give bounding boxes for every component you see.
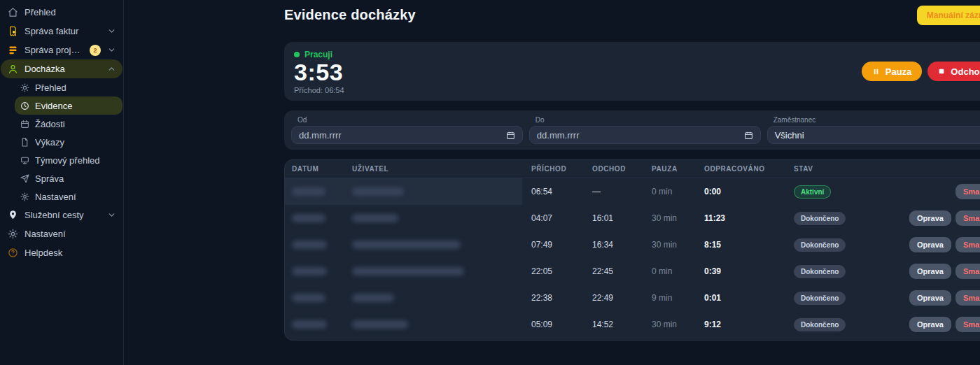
leave-button[interactable]: Odchod [927,62,980,81]
arrival-time-label: Příchod: 06:54 [294,86,980,94]
delete-button[interactable]: Smazat [955,210,980,226]
sidebar-item-label: Přehled [24,7,116,17]
page-title: Evidence docházky [284,7,416,23]
sidebar-subitem-2[interactable]: Žádosti [15,115,122,133]
cell-prichod: 22:38 [531,293,592,303]
cell-pauza: 30 min [652,320,704,329]
table-row: 06:54—0 min0:00AktivníSmazat [285,178,980,205]
table-body: 06:54—0 min0:00AktivníSmazat04:0716:0130… [285,178,980,338]
edit-button[interactable]: Oprava [909,317,951,332]
row-actions: OpravaSmazat [909,264,980,279]
sidebar-subitem-5[interactable]: Správa [15,169,122,187]
sidebar-item-label: Služební cesty [24,210,101,220]
cell-uzivatel [352,214,531,222]
sun-icon [20,83,29,92]
table-header-row: DATUMUŽIVATELPŘÍCHODODCHODPAUZAODPRACOVÁ… [285,160,980,178]
cell-uzivatel [352,187,531,196]
sidebar-item-2[interactable]: Správa projektů2 [1,41,122,59]
status-badge: Dokončeno [794,238,846,252]
layers-icon [8,45,18,55]
status-badge: Aktivní [794,185,831,199]
redacted-datum [292,187,326,196]
cell-pauza: 9 min [652,293,704,303]
filter-employee: Zaměstnanec Všichni [767,116,980,144]
column-header-0: DATUM [292,165,352,173]
sidebar-item-6[interactable]: Helpdesk [1,243,122,262]
sidebar-item-1[interactable]: Správa faktur [1,22,122,41]
table-row: 05:0914:5230 min9:12DokončenoOpravaSmaza… [285,311,980,338]
filter-employee-label: Zaměstnanec [774,116,980,124]
sidebar-item-label: Helpdesk [24,248,116,258]
help-icon [8,248,18,258]
employee-select[interactable]: Všichni [767,126,980,144]
cell-pauza: 0 min [652,266,704,276]
calendar-icon[interactable] [506,131,515,140]
column-header-5: ODPRACOVÁNO [704,165,794,173]
cell-odpracovano: 0:00 [704,187,794,196]
sidebar-item-0[interactable]: Přehled [1,3,122,22]
redacted-user [352,241,461,249]
sidebar-subitem-4[interactable]: Týmový přehled [15,151,122,169]
cell-stav: Dokončeno [794,292,909,305]
sidebar-subitem-0[interactable]: Přehled [15,78,122,96]
sidebar-subitem-6[interactable]: Nastavení [15,187,122,206]
calendar-icon[interactable] [744,131,753,140]
status-badge: Dokončeno [794,292,846,305]
filter-from-label: Od [298,116,523,124]
send-icon [20,174,29,183]
edit-button[interactable]: Oprava [909,237,951,252]
cell-odchod: — [592,187,652,196]
status-badge: Dokončeno [794,265,846,278]
sidebar-subitem-3[interactable]: Výkazy [15,133,122,151]
gear-icon [20,192,29,201]
date-from-input[interactable]: dd.mm.rrrr [291,126,523,144]
cell-odchod: 14:52 [592,320,652,329]
gear-icon [8,229,18,239]
pause-button[interactable]: Pauza [862,62,923,81]
cell-odchod: 16:01 [592,213,652,223]
cell-pauza: 0 min [652,187,704,196]
cell-odpracovano: 0:39 [704,266,794,276]
edit-button[interactable]: Oprava [909,210,951,226]
status-badge: Dokončeno [794,212,846,225]
user-icon [8,64,18,74]
column-header-2: PŘÍCHOD [531,165,592,173]
cell-stav: Aktivní [794,185,909,199]
chevron-up-icon [107,64,116,73]
delete-button[interactable]: Smazat [955,264,980,279]
cell-uzivatel [352,267,531,275]
sidebar-subitem-1[interactable]: Evidence [15,96,122,115]
sidebar-item-label: Nastavení [24,229,116,239]
column-header-3: ODCHOD [592,165,652,173]
delete-button[interactable]: Smazat [955,237,980,252]
count-badge: 2 [90,45,101,56]
sidebar-item-label: Nastavení [35,192,117,202]
sidebar-item-5[interactable]: Nastavení [1,224,122,243]
sidebar-item-label: Správa faktur [24,26,101,36]
cell-odpracovano: 0:01 [704,293,794,303]
delete-button[interactable]: Smazat [955,317,980,332]
cell-prichod: 06:54 [531,187,592,196]
app-window: PřehledSpráva fakturSpráva projektů2Doch… [0,0,980,365]
column-header-1: UŽIVATEL [352,165,531,173]
cell-odchod: 22:49 [592,293,652,303]
row-actions: OpravaSmazat [909,237,980,252]
sidebar-item-4[interactable]: Služební cesty [1,206,122,224]
delete-button[interactable]: Smazat [955,184,980,199]
date-to-input[interactable]: dd.mm.rrrr [529,126,761,144]
table-row: 22:0522:450 min0:39DokončenoOpravaSmazat [285,258,980,285]
redacted-user [352,214,398,222]
cell-datum [292,294,352,302]
edit-button[interactable]: Oprava [909,264,951,279]
edit-button[interactable]: Oprava [909,290,951,306]
filter-to: Do dd.mm.rrrr [529,116,761,144]
cell-stav: Dokončeno [794,265,909,278]
redacted-user [352,320,408,329]
pause-icon [872,68,880,76]
manual-record-button[interactable]: Manuální záznam [917,6,980,25]
calendar-icon [20,120,29,129]
cell-odpracovano: 9:12 [704,320,794,329]
delete-button[interactable]: Smazat [955,290,980,306]
home-icon [8,7,18,17]
sidebar-item-3[interactable]: Docházka [1,59,122,78]
